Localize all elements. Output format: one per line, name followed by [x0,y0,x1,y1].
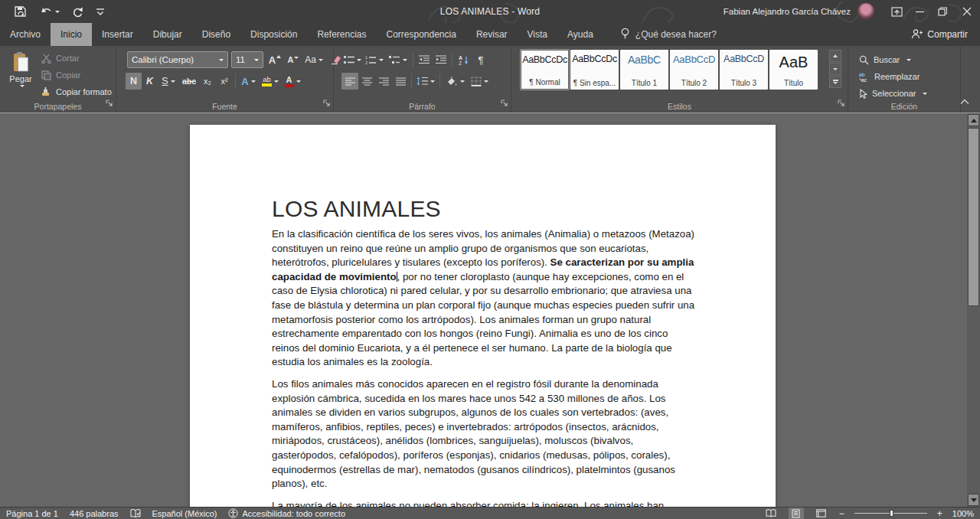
style-titulo-2[interactable]: AaBbCcD Título 2 [670,50,718,90]
sort-button[interactable]: AZ [455,51,473,68]
group-estilos: AaBbCcDc ¶ Normal AaBbCcDc ¶ Sin espa...… [511,46,848,113]
styles-gallery-down-button[interactable] [829,63,841,75]
customize-quick-access-icon[interactable] [96,7,105,16]
subscript-button[interactable]: x₂ [199,73,216,90]
tell-me-label: ¿Qué desea hacer? [635,29,717,40]
borders-button[interactable] [467,73,492,90]
align-center-button[interactable] [358,73,375,90]
zoom-slider-thumb[interactable] [890,510,893,517]
tab-referencias[interactable]: Referencias [307,23,376,46]
multilevel-list-button[interactable] [386,51,410,68]
line-spacing-button[interactable] [414,73,437,90]
undo-button[interactable] [40,6,60,17]
font-size-combobox[interactable]: 11 [231,51,263,68]
style-titulo[interactable]: AaB Título [769,50,818,90]
paragraph-dialog-launcher-icon[interactable] [501,96,508,110]
save-icon[interactable] [14,5,28,18]
page-indicator[interactable]: Página 1 de 1 [6,509,58,518]
zoom-level[interactable]: 100% [952,509,974,518]
show-hide-pilcrow-button[interactable]: ¶ [473,51,488,68]
tab-vista[interactable]: Vista [518,23,557,46]
minimize-button[interactable] [908,0,931,23]
paste-button[interactable]: Pegar [4,49,38,101]
borders-icon [471,77,482,86]
style-titulo-3[interactable]: AaBbCcD Título 3 [720,50,768,90]
grow-font-button[interactable]: A [266,51,283,68]
font-dialog-launcher-icon[interactable] [323,96,331,110]
share-button[interactable]: Compartir [911,23,968,46]
replace-button[interactable]: abac Reemplazar [859,69,920,84]
print-layout-button[interactable] [789,508,804,519]
tab-archivo[interactable]: Archivo [0,23,51,46]
proofing-status-icon[interactable] [130,509,141,518]
styles-dialog-launcher-icon[interactable] [838,96,845,110]
format-painter-button[interactable]: Copiar formato [41,84,112,100]
close-button[interactable] [954,0,980,23]
select-button[interactable]: Seleccionar [859,86,927,101]
vertical-scrollbar[interactable] [967,113,980,507]
tab-ayuda[interactable]: Ayuda [557,23,603,46]
highlight-icon: ab [262,76,272,86]
justify-button[interactable] [392,73,409,90]
change-case-button[interactable]: Aa [303,51,325,68]
zoom-in-button[interactable]: + [937,508,942,519]
highlight-color-button[interactable]: ab [259,73,282,90]
tab-correspondencia[interactable]: Correspondencia [376,23,466,46]
align-left-button[interactable] [341,73,358,90]
tab-revisar[interactable]: Revisar [466,23,518,46]
cut-button[interactable]: Cortar [41,51,80,66]
styles-gallery-up-button[interactable] [829,50,841,62]
find-button[interactable]: Buscar [859,52,911,67]
collapse-ribbon-icon[interactable] [960,94,969,108]
web-layout-button[interactable] [814,508,829,519]
superscript-button[interactable]: x² [216,73,233,90]
align-right-button[interactable] [375,73,392,90]
scroll-down-button[interactable] [968,494,979,506]
font-group-label: Fuente [116,102,333,111]
tab-inicio[interactable]: Inicio [51,23,92,46]
copy-button[interactable]: Copiar [41,67,80,83]
paste-dropdown-icon[interactable] [20,85,24,87]
tab-disposicion[interactable]: Disposición [240,23,307,46]
scrollbar-thumb[interactable] [968,128,979,306]
font-color-button[interactable]: A [282,73,303,90]
style-titulo-1[interactable]: AaBbC Título 1 [620,50,668,90]
shrink-font-button[interactable]: A [285,51,302,68]
user-avatar[interactable] [858,3,874,20]
scroll-up-button[interactable] [968,114,979,126]
zoom-out-button[interactable]: − [839,508,844,519]
decrease-indent-button[interactable] [416,51,433,68]
shading-button[interactable] [443,73,467,90]
undo-dropdown-icon[interactable] [55,11,60,13]
accessibility-status[interactable]: Accesibilidad: todo correcto [228,508,345,518]
strikethrough-button[interactable]: abc [179,73,199,90]
tab-diseno[interactable]: Diseño [192,23,240,46]
styles-gallery-more-button[interactable] [829,76,841,88]
restore-button[interactable] [931,0,954,23]
redo-button[interactable] [72,6,83,18]
language-indicator[interactable]: Español (México) [152,509,217,518]
increase-indent-button[interactable] [433,51,449,68]
document-page[interactable]: LOS ANIMALES En la clasificación científ… [190,125,776,507]
word-count[interactable]: 446 palabras [70,509,119,518]
account-user-name[interactable]: Fabian Alejandro García Chávez [724,7,851,16]
style-normal[interactable]: AaBbCcDc ¶ Normal [521,50,569,90]
line-spacing-icon [416,77,428,86]
font-name-combobox[interactable]: Calibri (Cuerpo) [127,51,228,68]
underline-button[interactable]: S [158,73,179,90]
tab-dibujar[interactable]: Dibujar [143,23,192,46]
font-size-value: 11 [236,55,245,64]
italic-button[interactable]: K [142,73,158,90]
style-sin-espaciado[interactable]: AaBbCcDc ¶ Sin espa... [570,50,619,90]
bold-button[interactable]: N [126,73,142,90]
tab-insertar[interactable]: Insertar [92,23,143,46]
bullets-icon [344,55,354,64]
bullets-button[interactable] [341,51,363,68]
ribbon-display-options-icon[interactable] [885,0,908,23]
zoom-slider[interactable] [854,508,927,519]
tell-me-box[interactable]: ¿Qué desea hacer? [620,23,717,46]
clipboard-dialog-launcher-icon[interactable] [106,96,113,110]
text-effects-button[interactable]: A [238,73,259,90]
numbering-button[interactable]: 12 [363,51,386,68]
read-mode-button[interactable] [763,508,779,519]
